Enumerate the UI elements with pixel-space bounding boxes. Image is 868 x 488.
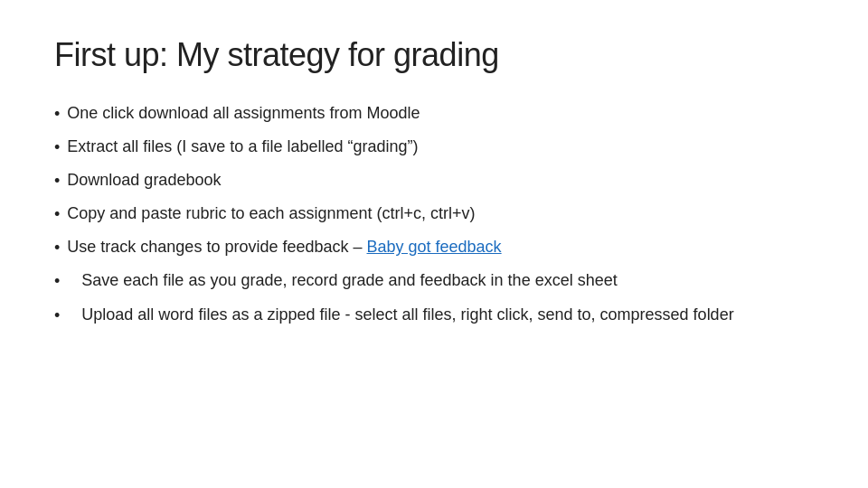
bullet-dot-6: • (54, 269, 60, 293)
bullet-item-1: • One click download all assignments fro… (54, 101, 814, 126)
bullet-text-2: Extract all files (I save to a file labe… (67, 135, 814, 158)
slide-title: First up: My strategy for grading (54, 36, 814, 74)
bullet-text-7: Upload all word files as a zipped file -… (67, 303, 814, 326)
bullet-dot-2: • (54, 136, 60, 159)
bullet-item-5: • Use track changes to provide feedback … (54, 235, 814, 259)
bullet-text-6: Save each file as you grade, record grad… (67, 268, 814, 292)
bullet-text-4: Copy and paste rubric to each assignment… (67, 202, 814, 225)
bullet-text-5: Use track changes to provide feedback – … (67, 235, 814, 258)
bullet-text-3: Download gradebook (67, 168, 814, 192)
bullet-item-7: • Upload all word files as a zipped file… (54, 303, 814, 327)
bullet-dot-7: • (54, 304, 60, 327)
before-link-text-5: Use track changes to provide feedback – (67, 238, 366, 256)
bullet-dot-4: • (54, 202, 60, 226)
bullet-text-1: One click download all assignments from … (67, 101, 814, 125)
bullet-item-4: • Copy and paste rubric to each assignme… (54, 202, 814, 226)
bullet-item-2: • Extract all files (I save to a file la… (54, 135, 814, 159)
bullet-dot-3: • (54, 169, 60, 192)
bullet-list: • One click download all assignments fro… (54, 101, 814, 327)
bullet-item-3: • Download gradebook (54, 168, 814, 192)
bullet-dot-5: • (54, 236, 60, 259)
baby-got-feedback-link[interactable]: Baby got feedback (367, 238, 502, 256)
bullet-item-6: • Save each file as you grade, record gr… (54, 268, 814, 293)
bullet-dot-1: • (54, 102, 60, 126)
